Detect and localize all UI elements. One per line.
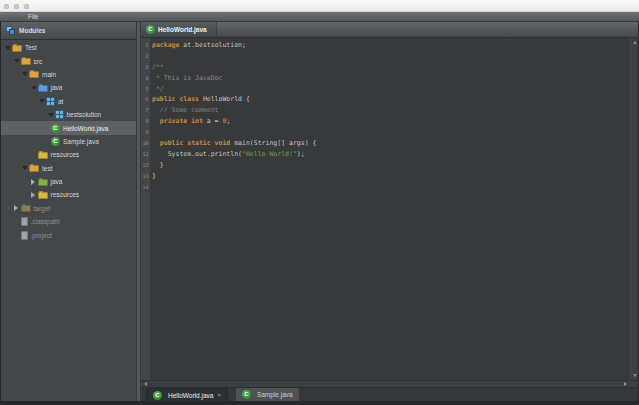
folder-icon bbox=[12, 45, 22, 52]
tree-item-label: src bbox=[34, 58, 43, 65]
code-line[interactable]: /** bbox=[152, 62, 629, 73]
code-line[interactable]: private int a = 0; bbox=[152, 116, 629, 127]
line-number: 11 bbox=[141, 149, 150, 160]
titlebar bbox=[0, 0, 639, 12]
file-tab-sample-java[interactable]: CSample.java bbox=[236, 388, 299, 401]
code-line[interactable]: // Some comment bbox=[152, 105, 629, 116]
tree-item-src[interactable]: src bbox=[1, 54, 136, 67]
tree-item-helloworld-java[interactable]: CHelloWorld.java bbox=[1, 121, 136, 134]
tree-item-resources[interactable]: resources bbox=[1, 148, 136, 161]
code-token-keyword: private int bbox=[160, 117, 203, 125]
file-tab-label: HelloWorld.java bbox=[168, 392, 213, 399]
modules-panel-header[interactable]: Modules bbox=[1, 22, 136, 40]
scroll-up-icon[interactable] bbox=[631, 39, 638, 46]
tree-item-label: java bbox=[51, 178, 63, 185]
code-line[interactable] bbox=[152, 182, 629, 193]
java-class-icon: C bbox=[146, 25, 155, 34]
line-number: 7 bbox=[141, 105, 150, 116]
modules-panel-title: Modules bbox=[19, 27, 45, 34]
tree-item-label: bestsolution bbox=[67, 111, 102, 118]
line-number: 8 bbox=[141, 116, 150, 127]
collapse-arrow-icon[interactable] bbox=[14, 59, 21, 63]
folder-icon bbox=[38, 179, 48, 186]
collapse-arrow-icon[interactable] bbox=[5, 46, 12, 50]
maximize-window-button[interactable] bbox=[24, 4, 29, 9]
tree-item-label: resources bbox=[51, 151, 80, 158]
code-line[interactable]: public static void main(String[] args) { bbox=[152, 138, 629, 149]
line-number: 5 bbox=[141, 84, 150, 95]
line-number: 3 bbox=[141, 62, 150, 73]
code-line[interactable]: */ bbox=[152, 84, 629, 95]
scroll-left-icon[interactable] bbox=[142, 381, 149, 387]
package-icon bbox=[46, 97, 55, 106]
tree-item-label: .classpath bbox=[31, 218, 60, 225]
scroll-right-icon[interactable] bbox=[622, 381, 629, 387]
collapse-arrow-icon[interactable] bbox=[22, 72, 29, 76]
tree-item-java[interactable]: java bbox=[1, 175, 136, 188]
tree-item-test[interactable]: Test bbox=[1, 41, 136, 54]
expand-arrow-icon[interactable] bbox=[14, 205, 21, 211]
folder-icon bbox=[38, 192, 48, 199]
folder-icon bbox=[38, 85, 48, 92]
editor-tab-helloworld[interactable]: C HelloWorld.java bbox=[141, 22, 217, 37]
line-number: 14 bbox=[141, 182, 150, 193]
tree-item-label: resources bbox=[51, 191, 80, 198]
folder-icon bbox=[38, 152, 48, 159]
code-line[interactable]: } bbox=[152, 160, 629, 171]
close-window-button[interactable] bbox=[4, 4, 9, 9]
collapse-arrow-icon[interactable] bbox=[31, 86, 38, 90]
tree-item-label: Sample.java bbox=[63, 138, 99, 145]
code-token-plain bbox=[152, 139, 160, 147]
menu-file[interactable]: File bbox=[28, 12, 38, 21]
tree-item-sample-java[interactable]: CSample.java bbox=[1, 135, 136, 148]
tree-item-target[interactable]: target bbox=[1, 202, 136, 215]
tree-item-label: test bbox=[42, 165, 52, 172]
package-icon bbox=[55, 110, 64, 119]
collapse-arrow-icon[interactable] bbox=[48, 113, 55, 117]
code-line[interactable]: } bbox=[152, 171, 629, 182]
line-number-gutter: 1234567891011121314 bbox=[141, 38, 150, 380]
modules-icon bbox=[6, 26, 16, 35]
tree-item-label: Test bbox=[25, 44, 37, 51]
code-line[interactable]: package at.bestsolution; bbox=[152, 40, 629, 51]
java-class-icon: C bbox=[242, 390, 251, 399]
code-editor[interactable]: package at.bestsolution;/** * This is Ja… bbox=[152, 38, 629, 380]
code-line[interactable] bbox=[152, 51, 629, 62]
tree-item-classpath[interactable]: .classpath bbox=[1, 215, 136, 228]
vertical-scrollbar[interactable] bbox=[630, 38, 638, 380]
file-tab-helloworld-java[interactable]: CHelloWorld.java× bbox=[146, 388, 228, 401]
tree-item-at[interactable]: at bbox=[1, 95, 136, 108]
expand-arrow-icon[interactable] bbox=[31, 192, 38, 198]
expand-arrow-icon[interactable] bbox=[31, 179, 38, 185]
line-number: 12 bbox=[141, 160, 150, 171]
line-number: 4 bbox=[141, 73, 150, 84]
tree-item-main[interactable]: main bbox=[1, 68, 136, 81]
ide-window: File Modules Testsrcmainjavaatbestsoluti… bbox=[0, 0, 639, 405]
code-line[interactable]: public class HelloWorld { bbox=[152, 94, 629, 105]
code-token-doc: /** bbox=[152, 63, 164, 71]
tree-item-project[interactable]: .project bbox=[1, 228, 136, 241]
code-token-plain bbox=[152, 117, 160, 125]
tree-item-java[interactable]: java bbox=[1, 81, 136, 94]
tree-item-label: .project bbox=[31, 232, 52, 239]
tree-item-test[interactable]: test bbox=[1, 162, 136, 175]
tree-item-resources[interactable]: resources bbox=[1, 188, 136, 201]
code-line[interactable] bbox=[152, 127, 629, 138]
line-number: 1 bbox=[141, 40, 150, 51]
code-line[interactable]: System.out.println("Hello World!"); bbox=[152, 149, 629, 160]
code-token-plain: } bbox=[152, 161, 164, 169]
collapse-arrow-icon[interactable] bbox=[22, 166, 29, 170]
line-number: 13 bbox=[141, 171, 150, 182]
close-tab-icon[interactable]: × bbox=[217, 392, 221, 398]
editor-tab-label: HelloWorld.java bbox=[158, 26, 207, 33]
horizontal-scrollbar[interactable] bbox=[141, 380, 638, 387]
scroll-down-icon[interactable] bbox=[631, 372, 638, 379]
collapse-arrow-icon[interactable] bbox=[39, 99, 46, 103]
tree-item-bestsolution[interactable]: bestsolution bbox=[1, 108, 136, 121]
folder-icon bbox=[29, 71, 39, 78]
java-class-icon: C bbox=[51, 137, 60, 146]
file-icon bbox=[21, 217, 28, 226]
minimize-window-button[interactable] bbox=[14, 4, 19, 9]
code-token-string: "Hello World!" bbox=[242, 150, 297, 158]
code-line[interactable]: * This is JavaDoc bbox=[152, 73, 629, 84]
